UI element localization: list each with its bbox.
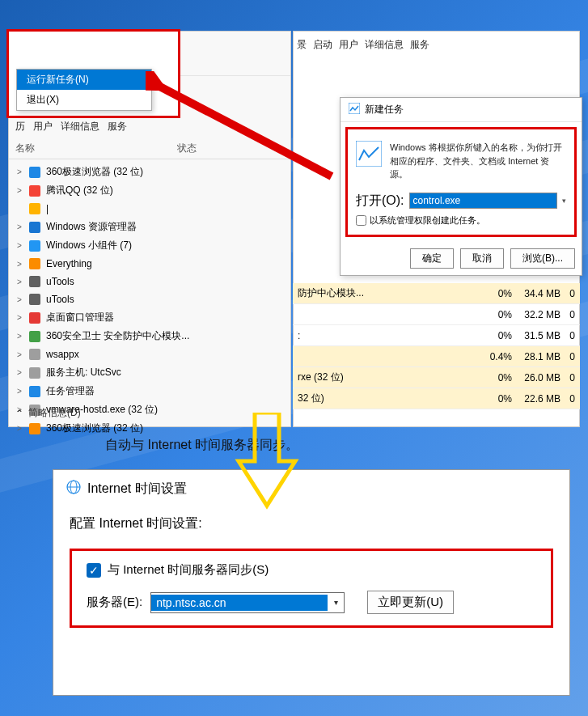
stat-row[interactable]: 0.4%28.1 MB0 bbox=[293, 346, 580, 367]
tab-services-r[interactable]: 服务 bbox=[410, 38, 429, 52]
stat-row[interactable]: 0%32.2 MB0 bbox=[293, 304, 580, 325]
update-now-button[interactable]: 立即更新(U) bbox=[367, 591, 454, 614]
stat-cpu: 0% bbox=[476, 330, 517, 341]
svg-rect-7 bbox=[29, 222, 40, 233]
stat-mem: 22.6 MB bbox=[517, 393, 565, 405]
cancel-button[interactable]: 取消 bbox=[460, 248, 504, 269]
menu-exit[interactable]: 退出(X) bbox=[17, 90, 151, 110]
process-name: | bbox=[46, 203, 49, 214]
admin-checkbox[interactable] bbox=[356, 215, 366, 226]
open-label: 打开(O): bbox=[356, 193, 404, 210]
svg-rect-4 bbox=[29, 167, 40, 178]
run-new-task-dialog: 新建任务 Windows 将根据你所键入的名称，为你打开相应的程序、文件夹、文档… bbox=[340, 97, 582, 276]
process-row[interactable]: | bbox=[9, 200, 290, 218]
expand-icon: > bbox=[15, 313, 23, 322]
chevron-up-icon: ⌃ bbox=[15, 408, 23, 419]
sync-label: 与 Internet 时间服务器同步(S) bbox=[108, 562, 269, 578]
app-icon bbox=[28, 257, 41, 270]
process-row[interactable]: >wsappx bbox=[9, 345, 290, 363]
menu-run-new-task[interactable]: 运行新任务(N) bbox=[17, 70, 151, 90]
expand-icon: > bbox=[15, 332, 23, 341]
stat-mem: 32.2 MB bbox=[517, 309, 565, 320]
app-icon bbox=[28, 422, 41, 435]
browse-button[interactable]: 浏览(B)... bbox=[510, 248, 575, 269]
process-row[interactable]: >服务主机: UtcSvc bbox=[9, 363, 290, 382]
sync-checkbox[interactable]: ✓ bbox=[87, 563, 101, 578]
app-icon bbox=[28, 184, 41, 197]
tab-users[interactable]: 用户 bbox=[33, 120, 53, 133]
run-description: Windows 将根据你所键入的名称，为你打开相应的程序、文件夹、文档或 Int… bbox=[390, 141, 566, 181]
highlight-box-its: ✓ 与 Internet 时间服务器同步(S) 服务器(E): ntp.ntsc… bbox=[70, 549, 553, 628]
tab-startup[interactable]: 启动 bbox=[313, 38, 332, 52]
app-icon bbox=[28, 293, 41, 306]
internet-time-settings-window: Internet 时间设置 配置 Internet 时间设置: ✓ 与 Inte… bbox=[53, 469, 570, 696]
process-row[interactable]: >Windows 小组件 (7) bbox=[9, 236, 290, 255]
process-row[interactable]: >Windows 资源管理器 bbox=[9, 218, 290, 236]
tab-details[interactable]: 详细信息 bbox=[61, 120, 99, 133]
process-name: Everything bbox=[46, 258, 92, 269]
expand-icon: > bbox=[15, 241, 23, 250]
expand-icon: > bbox=[15, 260, 23, 269]
stat-z: 0 bbox=[565, 330, 580, 341]
stat-row[interactable]: 防护中心模块...0%34.4 MB0 bbox=[293, 283, 580, 304]
process-row[interactable]: >任务管理器 bbox=[9, 382, 290, 400]
process-name: 腾讯QQ (32 位) bbox=[46, 184, 113, 197]
svg-rect-16 bbox=[29, 386, 40, 397]
stat-cpu: 0% bbox=[476, 372, 517, 383]
autosync-text: 自动与 Internet 时间服务器同步。 bbox=[105, 437, 298, 454]
col-name[interactable]: 名称 bbox=[15, 142, 177, 155]
app-icon bbox=[28, 385, 41, 398]
dropdown-icon[interactable]: ▾ bbox=[562, 197, 566, 205]
stat-z: 0 bbox=[565, 309, 580, 320]
server-value: ntp.ntsc.ac.cn bbox=[151, 595, 328, 611]
process-row[interactable]: >uTools bbox=[9, 273, 290, 290]
stat-row[interactable]: :0%31.5 MB0 bbox=[293, 325, 580, 346]
col-status[interactable]: 状态 bbox=[177, 142, 226, 155]
expand-icon: > bbox=[15, 278, 23, 286]
process-name: uTools bbox=[46, 294, 74, 305]
stat-cpu: 0% bbox=[476, 309, 517, 320]
tab-history[interactable]: 历 bbox=[15, 120, 25, 133]
tab-bg[interactable]: 景 bbox=[297, 38, 307, 52]
stat-mem: 26.0 MB bbox=[517, 372, 565, 383]
app-icon bbox=[28, 166, 41, 179]
process-row[interactable]: >腾讯QQ (32 位) bbox=[9, 181, 290, 200]
process-row[interactable]: >uTools bbox=[9, 290, 290, 308]
process-row[interactable]: >360极速浏览器 (32 位) bbox=[9, 419, 290, 438]
open-input[interactable]: control.exe bbox=[409, 193, 557, 209]
process-name: 任务管理器 bbox=[46, 384, 95, 398]
stat-name: 32 位) bbox=[293, 392, 476, 405]
svg-rect-14 bbox=[29, 349, 40, 360]
process-list: >360极速浏览器 (32 位)>腾讯QQ (32 位) |>Windows 资… bbox=[9, 159, 290, 441]
svg-rect-12 bbox=[29, 312, 40, 324]
app-icon bbox=[28, 311, 41, 324]
expand-icon: > bbox=[15, 350, 23, 359]
app-icon bbox=[28, 221, 41, 234]
stat-row[interactable]: rxe (32 位)0%26.0 MB0 bbox=[293, 367, 580, 388]
file-menu-popup: 运行新任务(N) 退出(X) bbox=[16, 69, 152, 111]
tab-details-r[interactable]: 详细信息 bbox=[365, 38, 404, 52]
process-row[interactable]: >桌面窗口管理器 bbox=[9, 308, 290, 327]
tab-services[interactable]: 服务 bbox=[108, 120, 127, 133]
app-icon bbox=[28, 366, 41, 379]
process-row[interactable]: >360极速浏览器 (32 位) bbox=[9, 163, 290, 181]
stat-name: 防护中心模块... bbox=[293, 286, 476, 300]
process-name: 360极速浏览器 (32 位) bbox=[46, 165, 143, 179]
tab-users-r[interactable]: 用户 bbox=[339, 38, 358, 52]
process-name: 桌面窗口管理器 bbox=[46, 311, 114, 324]
run-icon bbox=[356, 141, 382, 167]
stat-z: 0 bbox=[565, 288, 580, 299]
stat-row[interactable]: 32 位)0%22.6 MB0 bbox=[293, 388, 580, 409]
ok-button[interactable]: 确定 bbox=[410, 248, 454, 269]
tabs: 历 用户 详细信息 服务 bbox=[9, 115, 290, 138]
process-row[interactable]: >360安全卫士 安全防护中心模块... bbox=[9, 327, 290, 345]
svg-rect-18 bbox=[29, 423, 40, 434]
stat-mem: 34.4 MB bbox=[517, 288, 565, 299]
process-stats: 防护中心模块...0%34.4 MB00%32.2 MB0:0%31.5 MB0… bbox=[293, 283, 580, 409]
server-label: 服务器(E): bbox=[87, 595, 142, 610]
svg-rect-6 bbox=[29, 203, 40, 214]
stat-mem: 31.5 MB bbox=[517, 330, 565, 341]
brief-info-link[interactable]: ⌃ 简略信息(D) bbox=[15, 406, 81, 420]
process-row[interactable]: >Everything bbox=[9, 255, 290, 273]
server-select[interactable]: ntp.ntsc.ac.cn ▾ bbox=[150, 592, 345, 613]
